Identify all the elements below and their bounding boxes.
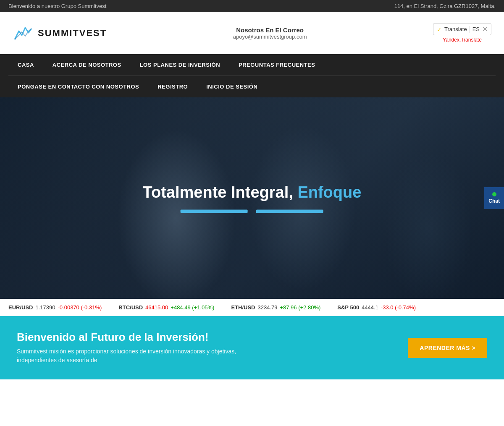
logo-area[interactable]: SUMMITVEST: [13, 24, 107, 42]
ticker-symbol-ethusd: ETH/USD: [231, 304, 255, 311]
nav-item-contacto[interactable]: PÓNGASE EN CONTACTO CON NOSOTROS: [8, 76, 148, 97]
ticker-change-sp500: -33.0 (-0.74%): [381, 304, 416, 311]
cta-text-area: Bienvenido al Futuro de la Inversión! Su…: [17, 331, 269, 365]
yandex-label: Yandex.Translate: [443, 37, 482, 43]
ticker-change-btcusd: +484.49 (+1.05%): [171, 304, 214, 311]
logo-text: SUMMITVEST: [38, 28, 107, 39]
contact-label: Nosotros En El Correo: [233, 26, 307, 34]
ticker-item-ethusd: ETH/USD 3234.79 +87.96 (+2.80%): [231, 304, 320, 311]
top-bar-left: Bienvenido a nuestro Grupo Summitvest: [8, 3, 106, 9]
ticker-price-btcusd: 46415.00: [145, 304, 168, 311]
hero-buttons: [143, 210, 362, 213]
ticker-price-eurusd: 1.17390: [36, 304, 55, 311]
ticker-price-sp500: 4444.1: [362, 304, 378, 311]
nav-item-registro[interactable]: REGISTRO: [148, 76, 197, 97]
hero-btn-2[interactable]: [256, 210, 323, 213]
translate-check-icon: ✓: [437, 26, 442, 33]
ticker-item-sp500: S&P 500 4444.1 -33.0 (-0.74%): [337, 304, 416, 311]
logo-icon: [13, 24, 34, 42]
contact-email: apoyo@summitvestgroup.com: [233, 34, 307, 40]
translate-close-icon[interactable]: ✕: [482, 25, 488, 33]
ticker-item-btcusd: BTC/USD 46415.00 +484.49 (+1.05%): [118, 304, 214, 311]
ticker-symbol-sp500: S&P 500: [337, 304, 359, 311]
ticker-change-eurusd: -0.00370 (-0.31%): [58, 304, 102, 311]
hero-content: Totalmente Integral, Enfoque: [143, 183, 362, 213]
ticker-symbol-eurusd: EUR/USD: [8, 304, 33, 311]
nav-row-2: PÓNGASE EN CONTACTO CON NOSOTROS REGISTR…: [8, 76, 496, 97]
cta-section: Bienvenido al Futuro de la Inversión! Su…: [0, 316, 504, 379]
cta-learn-more-button[interactable]: APRENDER MÁS >: [408, 338, 487, 358]
top-bar-right: 114, en El Strand, Gzira GZR1027, Malta.: [394, 3, 496, 9]
contact-area: Nosotros En El Correo apoyo@summitvestgr…: [233, 26, 307, 40]
chat-button[interactable]: Chat: [484, 187, 504, 209]
hero-title-white: Totalmente Integral,: [143, 183, 298, 201]
ticker-change-ethusd: +87.96 (+2.80%): [280, 304, 320, 311]
top-bar: Bienvenido a nuestro Grupo Summitvest 11…: [0, 0, 504, 12]
hero-title: Totalmente Integral, Enfoque: [143, 183, 362, 201]
translate-area: ✓ Translate ES ✕ Yandex.Translate: [433, 23, 491, 43]
hero-btn-1[interactable]: [181, 210, 248, 213]
hero-title-blue: Enfoque: [297, 183, 361, 201]
translate-divider: [470, 26, 470, 33]
translate-label: Translate: [444, 26, 467, 32]
translate-lang: ES: [472, 26, 480, 32]
nav-row-1: CASA ACERCA DE NOSOTROS LOS PLANES DE IN…: [8, 54, 496, 76]
navigation: CASA ACERCA DE NOSOTROS LOS PLANES DE IN…: [0, 54, 504, 97]
hero-section: Totalmente Integral, Enfoque Chat: [0, 97, 504, 299]
chat-label: Chat: [488, 198, 500, 204]
cta-description: Summitvest misión es proporcionar soluci…: [17, 347, 269, 365]
chat-online-dot: [492, 192, 496, 196]
ticker-bar: EUR/USD 1.17390 -0.00370 (-0.31%) BTC/US…: [0, 299, 504, 316]
nav-item-planes[interactable]: LOS PLANES DE INVERSIÓN: [131, 54, 229, 76]
translate-badge[interactable]: ✓ Translate ES ✕: [433, 23, 491, 35]
nav-item-casa[interactable]: CASA: [8, 54, 43, 76]
nav-item-faq[interactable]: PREGUNTAS FRECUENTES: [229, 54, 324, 76]
nav-item-login[interactable]: INICIO DE SESIÓN: [197, 76, 267, 97]
nav-item-acerca[interactable]: ACERCA DE NOSOTROS: [43, 54, 131, 76]
ticker-price-ethusd: 3234.79: [257, 304, 277, 311]
ticker-symbol-btcusd: BTC/USD: [118, 304, 143, 311]
ticker-item-eurusd: EUR/USD 1.17390 -0.00370 (-0.31%): [8, 304, 102, 311]
cta-title: Bienvenido al Futuro de la Inversión!: [17, 331, 269, 344]
header: SUMMITVEST Nosotros En El Correo apoyo@s…: [0, 12, 504, 54]
